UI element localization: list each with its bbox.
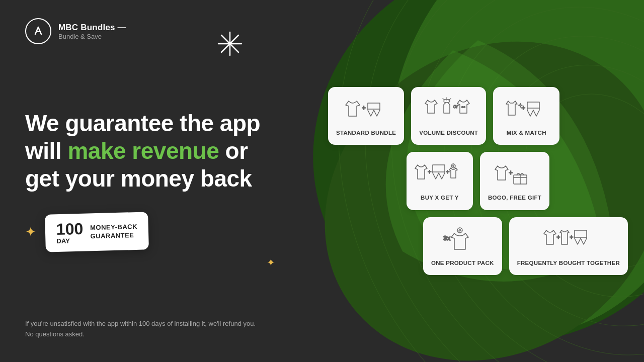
badge-text: MONEY-BACK GUARANTEE	[90, 222, 138, 240]
app-tagline: Bundle & Save	[58, 33, 126, 40]
cards-wrapper: + STANDARD BUNDLE	[328, 87, 628, 276]
headline-line3: get your money back	[25, 165, 252, 192]
star-icon-right: ✦	[267, 256, 275, 268]
headline-text: We guarantee the app will make revenue o…	[25, 110, 297, 193]
card-buy-x-get-y: + + BUY X GET Y	[407, 152, 473, 210]
card-label-one-product-pack: ONE PRODUCT PACK	[431, 259, 494, 267]
svg-text:+: +	[362, 104, 366, 112]
card-icon-mix-match: ✦ +	[501, 95, 551, 123]
logo-area: MBC Bundles — Bundle & Save	[25, 18, 297, 44]
card-bogo-free-gift: + BOGO, FREE GIFT	[480, 152, 549, 210]
card-standard-bundle: + STANDARD BUNDLE	[328, 87, 404, 145]
left-section: MBC Bundles — Bundle & Save We guarantee…	[0, 0, 322, 362]
card-icon-volume-discount: or	[424, 95, 474, 123]
disclaimer-text: If you're unsatisfied with the app withi…	[25, 319, 257, 340]
logo-circle	[25, 18, 51, 44]
app-name: MBC Bundles —	[58, 23, 126, 33]
svg-text:+: +	[521, 104, 525, 112]
card-label-standard-bundle: STANDARD BUNDLE	[336, 129, 396, 137]
badge-days: 100 DAY	[56, 220, 84, 244]
card-icon-frequently-bought-together: + +	[543, 225, 594, 253]
logo-text: MBC Bundles — Bundle & Save	[58, 23, 126, 40]
svg-text:3x: 3x	[443, 234, 451, 242]
svg-point-19	[463, 106, 465, 108]
guarantee-badge: 100 DAY MONEY-BACK GUARANTEE	[45, 212, 149, 252]
star-icon-left: ✦	[25, 225, 36, 238]
cards-row-2: + + BUY X GET Y	[328, 152, 628, 210]
asterisk-icon	[216, 30, 244, 59]
svg-text:+: +	[570, 233, 574, 241]
card-label-bogo-free-gift: BOGO, FREE GIFT	[488, 194, 541, 202]
card-icon-standard-bundle: +	[344, 95, 389, 123]
badge-line1: MONEY-BACK	[90, 222, 137, 231]
card-icon-one-product-pack: 3x	[442, 225, 482, 253]
card-volume-discount: or VOLUME DISCOUNT	[411, 87, 486, 145]
headline-line1: We guarantee the app	[25, 110, 260, 136]
card-icon-bogo-free-gift: +	[495, 160, 535, 188]
card-one-product-pack: 3x ONE PRODUCT PACK	[423, 217, 502, 276]
card-label-mix-match: MIX & MATCH	[507, 129, 546, 137]
card-mix-match: ✦ + MIX & MATCH	[493, 87, 559, 145]
card-label-volume-discount: VOLUME DISCOUNT	[419, 129, 478, 137]
card-frequently-bought-together: + + FREQUENTLY BOUGHT TOGETHER	[509, 217, 628, 276]
card-icon-buy-x-get-y: + +	[415, 160, 465, 188]
svg-text:+: +	[446, 168, 450, 175]
cards-row-1: + STANDARD BUNDLE	[328, 87, 628, 145]
svg-text:+: +	[556, 233, 560, 241]
headline-line2-rest: or	[219, 138, 248, 164]
svg-text:+: +	[509, 168, 513, 176]
badge-number: 100	[56, 220, 83, 237]
headline-green: make revenue	[67, 138, 219, 164]
cards-row-3: 3x ONE PRODUCT PACK	[423, 217, 628, 276]
badge-line2: GUARANTEE	[90, 231, 134, 239]
svg-point-18	[461, 106, 463, 108]
right-section: + STANDARD BUNDLE	[317, 0, 644, 362]
card-label-buy-x-get-y: BUY X GET Y	[421, 194, 459, 202]
svg-text:+: +	[428, 168, 432, 175]
guarantee-area: ✦ 100 DAY MONEY-BACK GUARANTEE	[25, 213, 297, 251]
main-headline: We guarantee the app will make revenue o…	[25, 110, 297, 193]
card-label-frequently-bought-together: FREQUENTLY BOUGHT TOGETHER	[517, 259, 620, 267]
headline-line2-plain: will	[25, 138, 67, 164]
